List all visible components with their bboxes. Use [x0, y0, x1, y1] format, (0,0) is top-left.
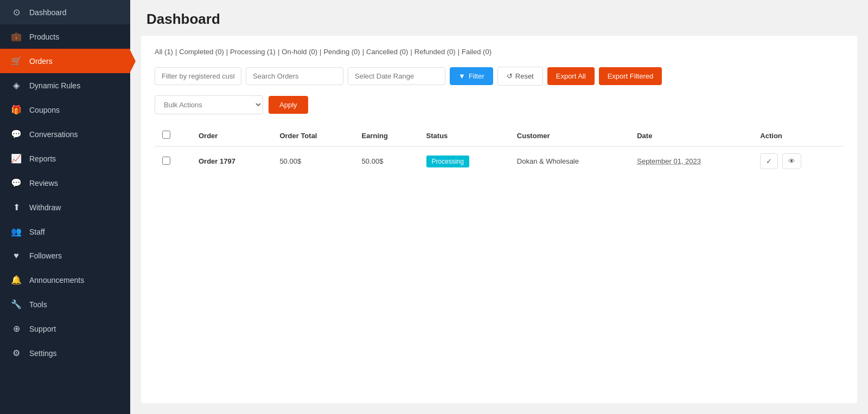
col-order: Order — [191, 125, 272, 146]
status-tabs: All (1) | Completed (0) | Processing (1)… — [155, 47, 844, 57]
reviews-icon: 💬 — [11, 178, 22, 188]
sidebar-item-staff[interactable]: 👥 Staff — [0, 219, 130, 244]
sidebar-label-orders: Orders — [29, 57, 53, 66]
page-title: Dashboard — [130, 0, 868, 36]
row-actions: ✓ 👁 — [752, 146, 844, 176]
sidebar-label-announcements: Announcements — [29, 276, 84, 284]
sidebar-label-staff: Staff — [29, 228, 45, 236]
row-customer: Dokan & Wholesale — [509, 146, 629, 176]
tab-completed[interactable]: Completed (0) — [179, 47, 224, 57]
staff-icon: 👥 — [11, 227, 22, 237]
status-badge: Processing — [426, 156, 469, 167]
complete-order-button[interactable]: ✓ — [760, 153, 778, 169]
export-filtered-button[interactable]: Export Filtered — [599, 67, 662, 85]
col-earning: Earning — [354, 125, 419, 146]
sidebar-label-dashboard: Dashboard — [29, 8, 67, 17]
sidebar-item-coupons[interactable]: 🎁 Coupons — [0, 98, 130, 122]
row-checkbox[interactable] — [162, 157, 170, 165]
orders-icon: 🛒 — [11, 56, 22, 66]
support-icon: ⊕ — [11, 324, 22, 334]
view-order-button[interactable]: 👁 — [782, 153, 801, 169]
col-date: Date — [629, 125, 752, 146]
tab-processing[interactable]: Processing (1) — [230, 47, 276, 57]
sidebar-label-support: Support — [29, 325, 56, 333]
tab-sep-1: | — [175, 47, 177, 57]
col-customer: Customer — [509, 125, 629, 146]
sidebar-item-orders[interactable]: 🛒 Orders — [0, 49, 130, 73]
tab-all[interactable]: All (1) — [155, 47, 173, 57]
coupons-icon: 🎁 — [11, 105, 22, 115]
customer-filter-input[interactable] — [155, 67, 241, 85]
sidebar-label-tools: Tools — [29, 300, 47, 309]
sidebar-label-settings: Settings — [29, 349, 57, 358]
tab-pending[interactable]: Pending (0) — [323, 47, 360, 57]
bulk-actions-row: Bulk Actions Apply — [155, 95, 844, 114]
table-row: Order 1797 50.00$ 50.00$ Processing Doka… — [155, 146, 844, 176]
tab-failed[interactable]: Failed (0) — [462, 47, 492, 57]
reports-icon: 📈 — [11, 153, 22, 164]
sidebar-item-followers[interactable]: ♥ Followers — [0, 244, 130, 268]
conversations-icon: 💬 — [11, 129, 22, 139]
tools-icon: 🔧 — [11, 299, 22, 309]
col-status: Status — [419, 125, 509, 146]
dashboard-icon: ⊙ — [11, 7, 22, 17]
products-icon: 💼 — [11, 31, 22, 42]
announcements-icon: 🔔 — [11, 275, 22, 285]
sidebar-label-reviews: Reviews — [29, 179, 58, 187]
sidebar-item-announcements[interactable]: 🔔 Announcements — [0, 268, 130, 292]
bulk-actions-select[interactable]: Bulk Actions — [155, 95, 263, 114]
sidebar-label-products: Products — [29, 33, 59, 41]
sidebar-item-tools[interactable]: 🔧 Tools — [0, 292, 130, 316]
sidebar-item-dashboard[interactable]: ⊙ Dashboard — [0, 0, 130, 24]
sidebar-item-reviews[interactable]: 💬 Reviews — [0, 171, 130, 195]
reset-icon: ↺ — [507, 72, 513, 80]
filter-row: ▼ Filter ↺ Reset Export All Export Filte… — [155, 67, 844, 86]
withdraw-icon: ⬆ — [11, 202, 22, 212]
row-status: Processing — [419, 146, 509, 176]
col-order-total: Order Total — [272, 125, 354, 146]
sidebar: ⊙ Dashboard 💼 Products 🛒 Orders ◈ Dynami… — [0, 0, 130, 414]
filter-button-label: Filter — [469, 72, 484, 80]
row-order-total: 50.00$ — [272, 146, 354, 176]
main-content: Dashboard All (1) | Completed (0) | Proc… — [130, 0, 868, 414]
reset-button-label: Reset — [515, 72, 534, 80]
row-checkbox-cell — [155, 146, 191, 176]
sidebar-item-reports[interactable]: 📈 Reports — [0, 146, 130, 171]
export-all-button[interactable]: Export All — [547, 67, 595, 85]
tab-sep-6: | — [410, 47, 412, 57]
sidebar-item-conversations[interactable]: 💬 Conversations — [0, 122, 130, 146]
tab-sep-2: | — [226, 47, 228, 57]
sidebar-label-coupons: Coupons — [29, 106, 60, 114]
sidebar-label-withdraw: Withdraw — [29, 203, 61, 212]
tab-cancelled[interactable]: Cancelled (0) — [366, 47, 408, 57]
sidebar-item-support[interactable]: ⊕ Support — [0, 316, 130, 341]
row-order-name: Order 1797 — [191, 146, 272, 176]
col-action: Action — [752, 125, 844, 146]
tab-refunded[interactable]: Refunded (0) — [414, 47, 456, 57]
reset-button[interactable]: ↺ Reset — [497, 67, 543, 86]
col-checkbox — [155, 125, 191, 146]
select-all-checkbox[interactable] — [162, 131, 170, 139]
tab-onhold[interactable]: On-hold (0) — [282, 47, 317, 57]
search-orders-input[interactable] — [246, 67, 343, 85]
orders-table: Order Order Total Earning Status Custome… — [155, 125, 844, 176]
filter-icon: ▼ — [458, 72, 465, 80]
tab-sep-4: | — [320, 47, 321, 57]
apply-button[interactable]: Apply — [269, 96, 308, 114]
sidebar-label-dynamic-rules: Dynamic Rules — [29, 81, 80, 90]
filter-button[interactable]: ▼ Filter — [450, 67, 493, 85]
sidebar-label-reports: Reports — [29, 154, 56, 163]
sidebar-item-withdraw[interactable]: ⬆ Withdraw — [0, 195, 130, 219]
sidebar-item-products[interactable]: 💼 Products — [0, 24, 130, 49]
sidebar-label-conversations: Conversations — [29, 130, 78, 139]
tab-sep-7: | — [458, 47, 459, 57]
date-range-input[interactable] — [348, 67, 445, 85]
orders-content: All (1) | Completed (0) | Processing (1)… — [141, 36, 857, 403]
row-date: September 01, 2023 — [629, 146, 752, 176]
sidebar-item-dynamic-rules[interactable]: ◈ Dynamic Rules — [0, 73, 130, 98]
row-earning: 50.00$ — [354, 146, 419, 176]
sidebar-item-settings[interactable]: ⚙ Settings — [0, 341, 130, 365]
settings-icon: ⚙ — [11, 348, 22, 358]
tab-sep-3: | — [278, 47, 279, 57]
followers-icon: ♥ — [11, 251, 22, 261]
